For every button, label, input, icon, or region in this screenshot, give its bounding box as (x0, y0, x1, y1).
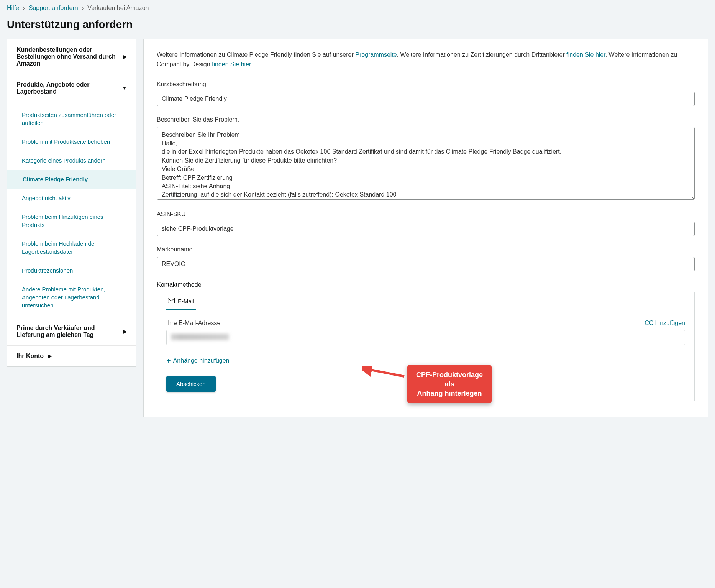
triangle-right-icon: ▶ (48, 353, 52, 359)
add-cc-link[interactable]: CC hinzufügen (644, 320, 685, 327)
arrow-icon (362, 366, 408, 389)
sidebar-item-change-category[interactable]: Kategorie eines Produkts ändern (7, 151, 136, 170)
sidebar-section-label: Prime durch Verkäufer und Lieferung am g… (16, 325, 123, 338)
contact-method-label: Kontaktmethode (157, 281, 695, 288)
sidebar-section-account[interactable]: Ihr Konto ▶ (7, 346, 136, 366)
tab-email[interactable]: E-Mail (166, 292, 196, 310)
sidebar-section-label: Produkte, Angebote oder Lagerbestand (16, 81, 122, 95)
envelope-icon (168, 298, 175, 304)
sidebar-section-orders[interactable]: Kundenbestellungen oder Bestellungen ohn… (7, 39, 136, 74)
asin-sku-label: ASIN-SKU (157, 211, 695, 218)
sidebar-item-merge-pages[interactable]: Produktseiten zusammenführen oder auftei… (7, 105, 136, 132)
contact-method-box: E-Mail Ihre E-Mail-Adresse CC hinzufügen… (157, 292, 695, 401)
svg-line-2 (365, 369, 404, 376)
sidebar-item-add-product-problem[interactable]: Problem beim Hinzufügen eines Produkts (7, 207, 136, 234)
brand-name-input[interactable] (157, 257, 695, 271)
triangle-right-icon: ▶ (123, 329, 127, 334)
tab-email-label: E-Mail (178, 298, 194, 304)
plus-icon: + (166, 357, 171, 365)
main-panel: Weitere Informationen zu Climate Pledge … (143, 39, 708, 417)
breadcrumb: Hilfe › Support anfordern › Verkaufen be… (7, 5, 708, 11)
email-address-label: Ihre E-Mail-Adresse (166, 320, 220, 327)
sidebar-item-inventory-upload-problem[interactable]: Problem beim Hochladen der Lagerbestands… (7, 234, 136, 261)
link-compact-by-design[interactable]: finden Sie hier (212, 61, 251, 67)
short-description-label: Kurzbeschreibung (157, 81, 695, 88)
asin-sku-input[interactable] (157, 222, 695, 236)
sidebar: Kundenbestellungen oder Bestellungen ohn… (7, 39, 136, 367)
problem-description-label: Beschreiben Sie das Problem. (157, 116, 695, 123)
sidebar-item-fix-product-page[interactable]: Problem mit Produktseite beheben (7, 132, 136, 151)
link-programmseite[interactable]: Programmseite (355, 51, 397, 58)
breadcrumb-current: Verkaufen bei Amazon (87, 5, 149, 11)
callout-line2: Anhang hinterlegen (417, 389, 482, 397)
sidebar-section-prime[interactable]: Prime durch Verkäufer und Lieferung am g… (7, 318, 136, 346)
triangle-right-icon: ▶ (123, 54, 127, 59)
short-description-input[interactable] (157, 92, 695, 106)
svg-rect-0 (168, 298, 175, 303)
sidebar-item-product-reviews[interactable]: Produktrezensionen (7, 261, 136, 280)
sidebar-item-climate-pledge[interactable]: Climate Pledge Friendly (7, 170, 136, 189)
triangle-down-icon: ▼ (122, 85, 127, 91)
breadcrumb-link-support[interactable]: Support anfordern (29, 5, 78, 11)
link-third-party-cert[interactable]: finden Sie hier (566, 51, 605, 58)
sidebar-section-label: Ihr Konto (16, 353, 44, 360)
email-address-input[interactable] (166, 330, 685, 345)
sidebar-section-label: Kundenbestellungen oder Bestellungen ohn… (16, 46, 123, 67)
brand-name-label: Markenname (157, 246, 695, 253)
breadcrumb-link-hilfe[interactable]: Hilfe (7, 5, 19, 11)
chevron-right-icon: › (82, 5, 84, 11)
redacted-email (171, 334, 229, 340)
submit-button[interactable]: Abschicken (166, 376, 216, 392)
callout-line1: CPF-Produktvorlage als (416, 371, 483, 388)
intro-text: Weitere Informationen zu Climate Pledge … (157, 50, 695, 69)
page-title: Unterstützung anfordern (7, 18, 708, 31)
sidebar-section-products[interactable]: Produkte, Angebote oder Lagerbestand ▼ (7, 74, 136, 102)
chevron-right-icon: › (23, 5, 25, 11)
sidebar-item-offer-inactive[interactable]: Angebot nicht aktiv (7, 189, 136, 207)
problem-description-textarea[interactable] (157, 127, 695, 200)
sidebar-item-other-problems[interactable]: Andere Probleme mit Produkten, Angeboten… (7, 280, 136, 315)
add-attachments-button[interactable]: + Anhänge hinzufügen (166, 357, 229, 365)
add-attachments-label: Anhänge hinzufügen (173, 357, 230, 364)
